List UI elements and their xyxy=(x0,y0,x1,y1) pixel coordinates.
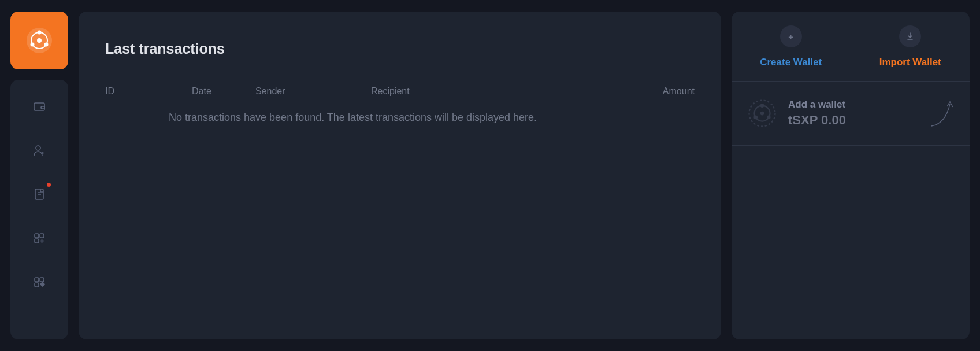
svg-rect-8 xyxy=(35,189,43,199)
svg-point-2 xyxy=(38,31,42,35)
document-icon xyxy=(32,187,46,201)
svg-point-7 xyxy=(36,146,40,150)
col-sender: Sender xyxy=(255,86,371,97)
svg-point-20 xyxy=(753,115,758,119)
svg-point-3 xyxy=(44,43,49,47)
tab-import-wallet[interactable]: Import Wallet xyxy=(851,12,970,81)
tab-import-label: Import Wallet xyxy=(879,57,941,68)
tab-create-wallet[interactable]: + Create Wallet xyxy=(732,12,851,81)
wallet-balance: tSXP 0.00 xyxy=(788,113,918,128)
arrow-up-icon xyxy=(928,98,955,128)
sidebar xyxy=(10,12,68,339)
col-amount: Amount xyxy=(625,86,695,97)
wallet-icon xyxy=(32,99,46,113)
nav-document[interactable] xyxy=(10,185,68,204)
grid-plus-icon xyxy=(32,231,46,245)
nav xyxy=(10,80,68,339)
grid-apps-icon xyxy=(32,275,46,289)
svg-point-19 xyxy=(767,115,771,119)
right-panel: + Create Wallet Import Wallet Add a wall… xyxy=(732,12,970,339)
logo-icon xyxy=(25,27,53,54)
add-wallet-label: Add a wallet xyxy=(788,99,918,110)
add-wallet-card[interactable]: Add a wallet tSXP 0.00 xyxy=(732,82,970,146)
notification-dot-icon xyxy=(47,183,51,187)
svg-point-5 xyxy=(37,38,42,43)
svg-point-4 xyxy=(31,43,35,47)
nav-wallet[interactable] xyxy=(10,97,68,116)
col-recipient: Recipient xyxy=(371,86,625,97)
nav-add-user[interactable] xyxy=(10,141,68,160)
svg-rect-13 xyxy=(40,278,44,282)
svg-rect-9 xyxy=(35,234,39,238)
download-icon xyxy=(899,25,921,47)
add-user-icon xyxy=(32,143,46,157)
app-logo[interactable] xyxy=(10,12,68,69)
empty-state-message: No transactions have been found. The lat… xyxy=(105,112,695,124)
nav-grid-apps[interactable] xyxy=(10,273,68,291)
token-icon xyxy=(747,98,778,129)
nav-grid-plus[interactable] xyxy=(10,229,68,247)
table-header: ID Date Sender Recipient Amount xyxy=(105,86,695,97)
svg-rect-12 xyxy=(35,278,39,282)
tab-create-label: Create Wallet xyxy=(760,57,822,68)
col-id: ID xyxy=(105,86,192,97)
col-date: Date xyxy=(192,86,255,97)
svg-point-21 xyxy=(760,112,764,116)
svg-rect-14 xyxy=(35,283,39,287)
svg-point-18 xyxy=(760,104,764,108)
plus-icon: + xyxy=(780,25,802,47)
main-panel: Last transactions ID Date Sender Recipie… xyxy=(79,12,721,339)
wallet-tabs: + Create Wallet Import Wallet xyxy=(732,12,970,82)
page-title: Last transactions xyxy=(105,40,695,57)
wallet-text-block: Add a wallet tSXP 0.00 xyxy=(788,99,918,128)
svg-rect-11 xyxy=(35,239,39,243)
svg-rect-15 xyxy=(40,282,45,287)
svg-rect-10 xyxy=(40,234,44,238)
